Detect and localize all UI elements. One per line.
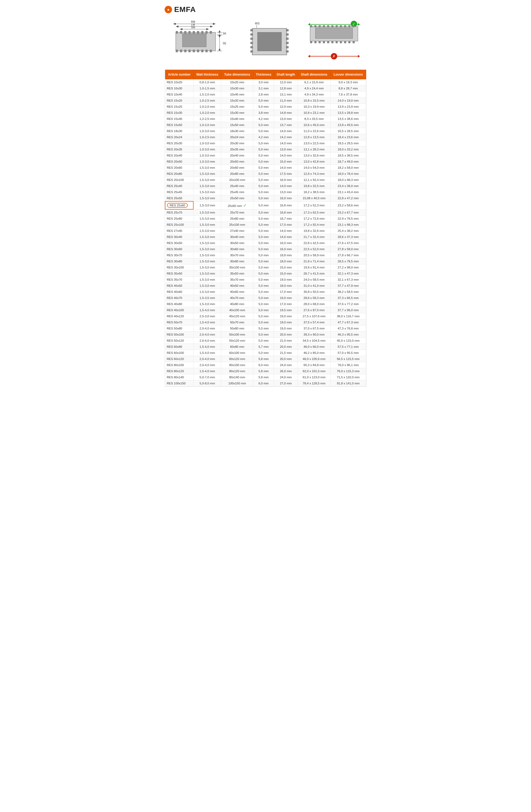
table-cell: RES 35x50 <box>165 271 193 277</box>
table-cell: 14,8 mm <box>274 110 298 116</box>
table-cell: 5,0 mm <box>253 146 274 153</box>
table-row: RES 50x1002,0-4,0 mm50x100 mm5,0 mm20,0 … <box>165 332 366 338</box>
table-cell: 21,0 mm <box>274 338 298 344</box>
svg-rect-79 <box>315 41 317 43</box>
table-cell: 18,0 x 98,3 mm <box>330 177 366 183</box>
table-cell: 80x140 mm <box>221 374 253 380</box>
table-row: RES 25x401,5-3,0 mm25x40 mm5,0 mm14,0 mm… <box>165 183 366 189</box>
table-cell: 4,2 mm <box>253 134 274 140</box>
table-cell: 5,0 mm <box>253 325 274 332</box>
table-cell: 21,8 x 71,4 mm <box>298 258 330 264</box>
table-cell: 22,9 x 78,5 mm <box>330 216 366 222</box>
table-row: RES 40x601,5-3,0 mm40x60 mm5,0 mm17,0 mm… <box>165 289 366 295</box>
table-cell: 19,8 x 32,6 mm <box>298 228 330 234</box>
table-cell: 26,7 x 41,5 mm <box>298 271 330 277</box>
table-cell: 10,6 x 45,6 mm <box>298 122 330 128</box>
table-cell: 17,0 mm <box>274 289 298 295</box>
table-cell: 13,0 mm <box>274 189 298 195</box>
table-cell: 45,0 x 115,0 mm <box>330 338 366 344</box>
table-cell: 13,5 x 28,8 mm <box>330 110 366 116</box>
table-cell: RES 80x140 <box>165 374 193 380</box>
table-cell: RES 30x100 <box>165 264 193 271</box>
table-cell: 14,2 mm <box>274 134 298 140</box>
table-cell: 30x60 mm <box>221 246 253 252</box>
table-cell: 8,3 x 33,5 mm <box>298 116 330 122</box>
table-cell: 47,7 x 67,3 mm <box>330 319 366 325</box>
table-cell: 18,2 x 58,0 mm <box>330 165 366 171</box>
table-cell: 5,0 mm <box>253 277 274 283</box>
table-cell: 38,2 x 58,5 mm <box>330 289 366 295</box>
table-cell: 6,1 x 15,9 mm <box>298 79 330 85</box>
logo-text: EMFA <box>174 5 196 14</box>
table-cell: 5,0 mm <box>253 222 274 228</box>
table-cell: 5,0 mm <box>253 140 274 146</box>
table-cell: 17,2 x 52,3 mm <box>298 201 330 209</box>
svg-marker-6 <box>210 26 213 28</box>
table-cell: 2,0-4,0 mm <box>193 338 221 344</box>
table-cell: RES 27x40 <box>165 228 193 234</box>
table-cell: 1,0-2,0 mm <box>193 110 221 116</box>
table-row: RES 40x801,5-3,0 mm40x80 mm5,0 mm17,0 mm… <box>165 301 366 307</box>
table-cell: 23,1 x 98,3 mm <box>330 222 366 228</box>
col-header-article: Article number <box>165 70 193 79</box>
table-cell: 20x35 mm <box>221 146 253 153</box>
table-cell: RES 60x80 <box>165 344 193 350</box>
logo-icon: ● <box>165 6 172 13</box>
table-cell: 1,5-4,0 mm <box>193 350 221 356</box>
table-cell: RES 20x30 <box>165 140 193 146</box>
table-cell: RES 40x100 <box>165 307 193 313</box>
diagram-check-cross: ✓ <box>307 19 361 61</box>
svg-text:RM: RM <box>191 20 195 23</box>
table-cell: 61,0 x 123,0 mm <box>298 374 330 380</box>
table-cell: 46,0 x 66,0 mm <box>298 344 330 350</box>
table-cell: 20x50 mm <box>221 159 253 165</box>
table-cell: 5,0 mm <box>253 332 274 338</box>
svg-rect-78 <box>310 41 312 43</box>
table-header-row: Article number Wall thickness Tube dimen… <box>165 70 366 79</box>
svg-rect-15 <box>180 31 182 34</box>
col-header-louver: Louver dimensions <box>330 70 366 79</box>
table-cell: RES 40x50 <box>165 283 193 289</box>
table-cell: 5,0 mm <box>253 240 274 246</box>
svg-rect-20 <box>201 31 204 34</box>
table-cell: RES 80x100 <box>165 362 193 368</box>
table-cell: 5,0 mm <box>253 319 274 325</box>
svg-rect-71 <box>327 25 329 27</box>
svg-rect-51 <box>250 42 253 44</box>
table-cell: 25x70 mm <box>221 209 253 216</box>
table-cell: 5,0 mm <box>253 153 274 159</box>
table-cell: 76,0 x 115,3 mm <box>330 368 366 374</box>
table-cell: 40x100 mm <box>221 307 253 313</box>
table-cell: 21,5 mm <box>274 350 298 356</box>
table-cell: 6,0 mm <box>253 380 274 387</box>
table-cell: 5,0 mm <box>253 128 274 134</box>
svg-rect-81 <box>323 41 325 43</box>
table-cell: 1,5-3,0 mm <box>193 183 221 189</box>
table-cell: 16,8 mm <box>274 201 298 209</box>
table-cell: 27,6 x 47,5 mm <box>330 240 366 246</box>
svg-marker-1 <box>173 23 176 25</box>
table-cell: 19,9 x 91,4 mm <box>298 264 330 271</box>
svg-rect-16 <box>184 31 186 34</box>
table-cell: 26,0 mm <box>274 368 298 374</box>
table-cell: 1,0-3,0 mm <box>193 128 221 134</box>
svg-rect-26 <box>188 49 191 52</box>
product-table: Article number Wall thickness Tube dimen… <box>165 70 366 387</box>
svg-rect-57 <box>286 42 289 44</box>
table-cell: 14,0 mm <box>274 183 298 189</box>
table-cell: 40x120 mm <box>221 313 253 319</box>
svg-rect-56 <box>286 38 289 40</box>
table-cell: RES 30x60 <box>165 246 193 252</box>
table-cell: 27,5 x 107,6 mm <box>298 313 330 319</box>
table-cell: 1,5-3,0 mm <box>193 277 221 283</box>
table-cell: 76,0 x 96,1 mm <box>330 362 366 368</box>
table-cell: 1,5-3,0 mm <box>193 216 221 222</box>
table-cell: 5,0 mm <box>253 122 274 128</box>
diagram-side-view: RM LM SM <box>170 19 232 61</box>
table-cell: 60x100 mm <box>221 350 253 356</box>
table-cell: 5,0 mm <box>253 201 274 209</box>
table-row: RES 15x251,0-2,0 mm15x25 mm5,0 mm12,9 mm… <box>165 104 366 110</box>
table-row: RES 15x401,2-2,5 mm15x40 mm4,2 mm13,0 mm… <box>165 116 366 122</box>
svg-rect-86 <box>344 41 346 43</box>
logo: ● EMFA <box>165 5 196 14</box>
